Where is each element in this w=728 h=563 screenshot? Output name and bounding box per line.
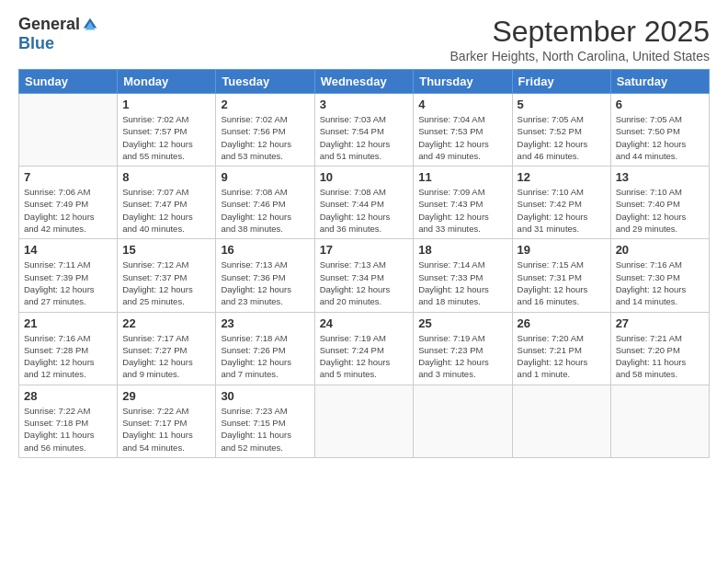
calendar-cell [610, 385, 709, 457]
day-number: 27 [616, 316, 704, 330]
day-info: Sunrise: 7:08 AMSunset: 7:44 PMDaylight:… [320, 186, 409, 235]
day-number: 19 [518, 243, 606, 257]
day-number: 14 [24, 243, 112, 257]
day-number: 17 [320, 243, 409, 257]
calendar-header-cell: Monday [118, 70, 216, 94]
day-number: 26 [518, 316, 606, 330]
day-number: 29 [122, 389, 210, 403]
day-number: 4 [418, 98, 506, 111]
calendar-week-row: 21Sunrise: 7:16 AMSunset: 7:28 PMDayligh… [19, 312, 710, 385]
calendar-cell: 1Sunrise: 7:02 AMSunset: 7:57 PMDaylight… [118, 94, 216, 167]
day-number: 6 [616, 98, 704, 111]
day-info: Sunrise: 7:13 AMSunset: 7:36 PMDaylight:… [221, 259, 309, 307]
calendar-cell: 21Sunrise: 7:16 AMSunset: 7:28 PMDayligh… [19, 312, 118, 385]
calendar-cell: 3Sunrise: 7:03 AMSunset: 7:54 PMDaylight… [314, 94, 414, 167]
day-info: Sunrise: 7:15 AMSunset: 7:31 PMDaylight:… [518, 259, 606, 307]
day-info: Sunrise: 7:05 AMSunset: 7:50 PMDaylight:… [616, 113, 704, 162]
calendar-week-row: 14Sunrise: 7:11 AMSunset: 7:39 PMDayligh… [19, 239, 710, 312]
calendar-cell: 9Sunrise: 7:08 AMSunset: 7:46 PMDaylight… [216, 167, 314, 239]
day-number: 3 [320, 98, 409, 111]
day-number: 12 [518, 170, 606, 184]
day-number: 10 [320, 170, 409, 184]
calendar-table: SundayMondayTuesdayWednesdayThursdayFrid… [18, 69, 710, 458]
day-info: Sunrise: 7:16 AMSunset: 7:30 PMDaylight:… [616, 259, 704, 307]
calendar-header-cell: Wednesday [314, 70, 414, 94]
day-number: 13 [616, 170, 704, 184]
day-info: Sunrise: 7:14 AMSunset: 7:33 PMDaylight:… [418, 259, 506, 307]
day-number: 21 [24, 316, 112, 330]
calendar-header-cell: Saturday [610, 70, 709, 94]
day-number: 9 [221, 170, 309, 184]
day-number: 15 [122, 243, 210, 257]
logo-icon [82, 17, 98, 33]
calendar-cell: 17Sunrise: 7:13 AMSunset: 7:34 PMDayligh… [314, 239, 414, 312]
calendar-cell: 23Sunrise: 7:18 AMSunset: 7:26 PMDayligh… [216, 312, 314, 385]
day-number: 1 [122, 98, 210, 111]
day-info: Sunrise: 7:12 AMSunset: 7:37 PMDaylight:… [122, 259, 210, 307]
day-info: Sunrise: 7:19 AMSunset: 7:24 PMDaylight:… [320, 332, 409, 381]
day-number: 8 [122, 170, 210, 184]
day-info: Sunrise: 7:03 AMSunset: 7:54 PMDaylight:… [320, 113, 409, 162]
calendar-cell: 13Sunrise: 7:10 AMSunset: 7:40 PMDayligh… [610, 167, 709, 239]
day-info: Sunrise: 7:23 AMSunset: 7:15 PMDaylight:… [221, 405, 309, 454]
page-header: General Blue September 2025 Barker Heigh… [18, 15, 710, 63]
day-number: 24 [320, 316, 409, 330]
day-info: Sunrise: 7:18 AMSunset: 7:26 PMDaylight:… [221, 332, 309, 381]
calendar-cell: 10Sunrise: 7:08 AMSunset: 7:44 PMDayligh… [314, 167, 414, 239]
calendar-header-cell: Sunday [19, 70, 118, 94]
calendar-header-cell: Tuesday [216, 70, 314, 94]
day-info: Sunrise: 7:02 AMSunset: 7:57 PMDaylight:… [122, 113, 210, 162]
day-info: Sunrise: 7:06 AMSunset: 7:49 PMDaylight:… [24, 186, 112, 235]
calendar-cell: 20Sunrise: 7:16 AMSunset: 7:30 PMDayligh… [610, 239, 709, 312]
calendar-cell: 12Sunrise: 7:10 AMSunset: 7:42 PMDayligh… [512, 167, 610, 239]
logo: General Blue [18, 15, 98, 53]
day-info: Sunrise: 7:13 AMSunset: 7:34 PMDaylight:… [320, 259, 409, 307]
calendar-cell: 11Sunrise: 7:09 AMSunset: 7:43 PMDayligh… [414, 167, 512, 239]
calendar-cell: 2Sunrise: 7:02 AMSunset: 7:56 PMDaylight… [216, 94, 314, 167]
calendar-week-row: 7Sunrise: 7:06 AMSunset: 7:49 PMDaylight… [19, 167, 710, 239]
day-info: Sunrise: 7:05 AMSunset: 7:52 PMDaylight:… [518, 113, 606, 162]
calendar-cell: 24Sunrise: 7:19 AMSunset: 7:24 PMDayligh… [314, 312, 414, 385]
day-info: Sunrise: 7:08 AMSunset: 7:46 PMDaylight:… [221, 186, 309, 235]
calendar-cell: 27Sunrise: 7:21 AMSunset: 7:20 PMDayligh… [610, 312, 709, 385]
calendar-cell: 5Sunrise: 7:05 AMSunset: 7:52 PMDaylight… [512, 94, 610, 167]
logo-general-text: General [18, 15, 80, 34]
day-number: 22 [122, 316, 210, 330]
calendar-cell: 18Sunrise: 7:14 AMSunset: 7:33 PMDayligh… [414, 239, 512, 312]
calendar-cell: 16Sunrise: 7:13 AMSunset: 7:36 PMDayligh… [216, 239, 314, 312]
calendar-cell: 22Sunrise: 7:17 AMSunset: 7:27 PMDayligh… [118, 312, 216, 385]
location-title: Barker Heights, North Carolina, United S… [450, 49, 710, 63]
calendar-body: 1Sunrise: 7:02 AMSunset: 7:57 PMDaylight… [19, 94, 710, 458]
month-title: September 2025 [450, 15, 710, 49]
day-number: 16 [221, 243, 309, 257]
day-info: Sunrise: 7:07 AMSunset: 7:47 PMDaylight:… [122, 186, 210, 235]
calendar-cell: 29Sunrise: 7:22 AMSunset: 7:17 PMDayligh… [118, 385, 216, 457]
day-info: Sunrise: 7:22 AMSunset: 7:18 PMDaylight:… [24, 405, 112, 454]
calendar-cell: 8Sunrise: 7:07 AMSunset: 7:47 PMDaylight… [118, 167, 216, 239]
day-number: 30 [221, 389, 309, 403]
day-info: Sunrise: 7:16 AMSunset: 7:28 PMDaylight:… [24, 332, 112, 381]
calendar-cell: 28Sunrise: 7:22 AMSunset: 7:18 PMDayligh… [19, 385, 118, 457]
calendar-week-row: 1Sunrise: 7:02 AMSunset: 7:57 PMDaylight… [19, 94, 710, 167]
day-number: 2 [221, 98, 309, 111]
day-number: 7 [24, 170, 112, 184]
day-number: 20 [616, 243, 704, 257]
calendar-cell: 4Sunrise: 7:04 AMSunset: 7:53 PMDaylight… [414, 94, 512, 167]
day-info: Sunrise: 7:19 AMSunset: 7:23 PMDaylight:… [418, 332, 506, 381]
calendar-cell: 25Sunrise: 7:19 AMSunset: 7:23 PMDayligh… [414, 312, 512, 385]
calendar-header-row: SundayMondayTuesdayWednesdayThursdayFrid… [19, 70, 710, 94]
day-info: Sunrise: 7:22 AMSunset: 7:17 PMDaylight:… [122, 405, 210, 454]
day-info: Sunrise: 7:11 AMSunset: 7:39 PMDaylight:… [24, 259, 112, 307]
day-info: Sunrise: 7:20 AMSunset: 7:21 PMDaylight:… [518, 332, 606, 381]
calendar-week-row: 28Sunrise: 7:22 AMSunset: 7:18 PMDayligh… [19, 385, 710, 457]
calendar-cell: 15Sunrise: 7:12 AMSunset: 7:37 PMDayligh… [118, 239, 216, 312]
day-info: Sunrise: 7:17 AMSunset: 7:27 PMDaylight:… [122, 332, 210, 381]
calendar-cell [512, 385, 610, 457]
calendar-cell: 30Sunrise: 7:23 AMSunset: 7:15 PMDayligh… [216, 385, 314, 457]
day-info: Sunrise: 7:21 AMSunset: 7:20 PMDaylight:… [616, 332, 704, 381]
day-info: Sunrise: 7:10 AMSunset: 7:40 PMDaylight:… [616, 186, 704, 235]
logo-blue-text: Blue [18, 34, 54, 53]
calendar-cell [19, 94, 118, 167]
calendar-cell: 6Sunrise: 7:05 AMSunset: 7:50 PMDaylight… [610, 94, 709, 167]
title-block: September 2025 Barker Heights, North Car… [450, 15, 710, 63]
